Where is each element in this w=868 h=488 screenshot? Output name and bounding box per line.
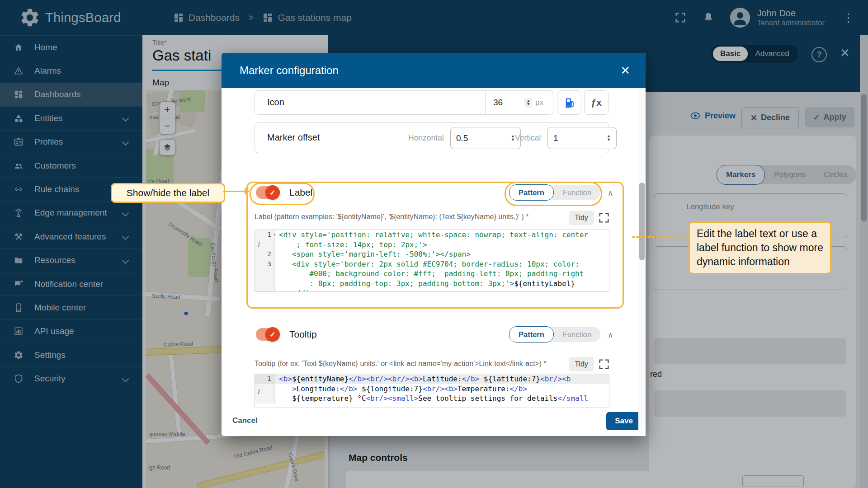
callout-edit-label: Edit the label text or use a label funct… bbox=[689, 221, 831, 274]
tooltip-mode-option-function[interactable]: Function bbox=[554, 327, 600, 342]
label-hint: Label (pattern examples: '${entityName}'… bbox=[255, 213, 528, 221]
icon-function-button[interactable]: ƒx bbox=[584, 90, 609, 115]
callout-show-hide-label: Show/hide the label bbox=[111, 183, 225, 203]
horizontal-label: Horizontal bbox=[408, 133, 444, 143]
label-section-title: Label bbox=[289, 187, 312, 198]
stepper-control[interactable]: ▲ ▼ bbox=[524, 98, 532, 108]
horizontal-offset-input[interactable]: 0.5 ▲▼ bbox=[450, 127, 521, 149]
tooltip-hint: Tooltip (for ex. 'Text ${keyName} units.… bbox=[255, 360, 547, 368]
label-tidy-button[interactable]: Tidy bbox=[569, 211, 594, 225]
label-collapse-icon[interactable]: ∧ bbox=[608, 188, 613, 198]
tooltip-section-title: Tooltip bbox=[289, 329, 317, 340]
label-mode-option-function[interactable]: Function bbox=[554, 185, 600, 200]
dialog-scrollbar-thumb[interactable] bbox=[639, 183, 645, 260]
marker-offset-label: Marker offset bbox=[267, 132, 320, 143]
editor-info-icon: i bbox=[257, 241, 259, 249]
marker-image-button[interactable] bbox=[557, 90, 581, 115]
label-fullscreen-icon[interactable] bbox=[598, 211, 610, 224]
toggle-check-icon: ✓ bbox=[269, 188, 275, 197]
callout-connector-line bbox=[223, 191, 245, 192]
stepper-down-icon[interactable]: ▼ bbox=[526, 103, 530, 106]
label-mode-option-pattern[interactable]: Pattern bbox=[509, 184, 554, 201]
editor-info-icon: i bbox=[257, 388, 259, 396]
label-code-editor[interactable]: i 1▾<div style='position: relative; whit… bbox=[255, 230, 609, 292]
tooltip-code-editor[interactable]: i 1<b>${entityName}</b><br/><br/><b>Lati… bbox=[255, 374, 609, 408]
marker-offset-row: Marker offset Horizontal 0.5 ▲▼ Vertical… bbox=[255, 122, 609, 153]
vertical-label: Vertical bbox=[515, 133, 541, 143]
fx-icon: ƒx bbox=[591, 97, 601, 108]
toggle-check-icon: ✓ bbox=[269, 330, 275, 339]
callout-dashed-connector bbox=[632, 236, 688, 238]
callout-arrow bbox=[245, 188, 250, 195]
label-toggle[interactable]: ✓ bbox=[256, 186, 279, 199]
icon-row-label: Icon bbox=[267, 97, 284, 108]
tooltip-mode: PatternFunction bbox=[509, 327, 600, 342]
cancel-button[interactable]: Cancel bbox=[232, 416, 258, 425]
tooltip-tidy-button[interactable]: Tidy bbox=[569, 357, 594, 371]
icon-size-input[interactable]: 36 ▲ ▼ px bbox=[485, 91, 553, 114]
icon-row: Icon 36 ▲ ▼ px bbox=[255, 90, 553, 115]
label-mode: PatternFunction bbox=[509, 185, 600, 200]
vertical-offset-input[interactable]: 1 ▲▼ bbox=[547, 127, 617, 149]
tooltip-fullscreen-icon[interactable] bbox=[598, 358, 610, 371]
stepper-control[interactable]: ▲▼ bbox=[607, 135, 611, 141]
gas-pump-icon bbox=[563, 97, 576, 109]
dialog-title: Marker configuration bbox=[240, 64, 339, 77]
unit-label: px bbox=[535, 98, 543, 107]
dialog-header: Marker configuration ✕ bbox=[222, 53, 646, 88]
dialog-close-icon[interactable]: ✕ bbox=[620, 64, 630, 78]
tooltip-mode-option-pattern[interactable]: Pattern bbox=[509, 326, 554, 343]
marker-configuration-dialog: Marker configuration ✕ Icon 36 ▲ ▼ px ƒx… bbox=[222, 53, 646, 436]
tooltip-toggle[interactable]: ✓ bbox=[256, 328, 279, 341]
dialog-scrollbar-track bbox=[638, 88, 646, 436]
save-button[interactable]: Save bbox=[606, 412, 642, 430]
stepper-control[interactable]: ▲▼ bbox=[511, 135, 515, 141]
tooltip-collapse-icon[interactable]: ∧ bbox=[608, 330, 613, 340]
